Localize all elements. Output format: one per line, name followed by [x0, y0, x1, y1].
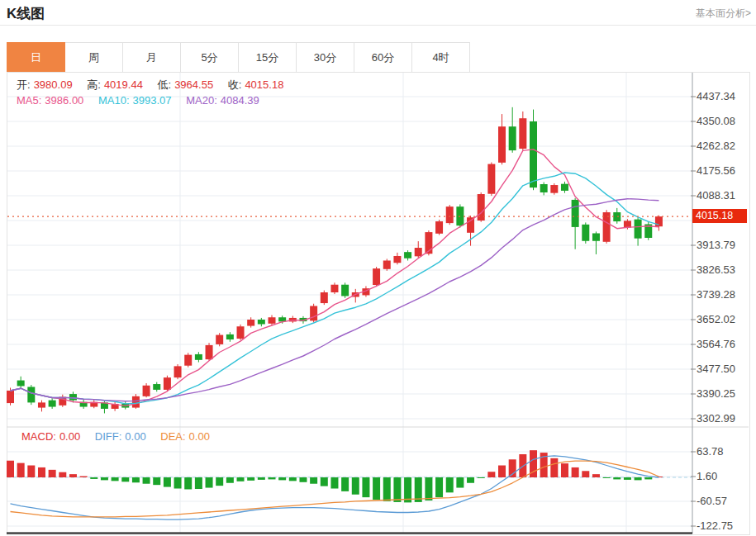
- diff-label: DIFF:: [95, 430, 122, 443]
- tab-8[interactable]: 4时: [412, 42, 470, 73]
- open-label: 开:: [17, 78, 31, 91]
- current-price-badge: 4015.18: [692, 209, 747, 223]
- macd-readout: MACD:0.00 DIFF:0.00 DEA:0.00: [21, 430, 213, 443]
- kline-page: { "header": { "title": "K线图", "link": "基…: [0, 0, 756, 536]
- macd-axis-label: 1.60: [697, 470, 717, 482]
- price-axis-label: 3913.79: [697, 239, 735, 251]
- tab-4[interactable]: 5分: [181, 42, 239, 73]
- tab-6[interactable]: 30分: [297, 42, 354, 73]
- price-axis-label: 3652.02: [697, 313, 735, 325]
- tab-3[interactable]: 月: [123, 42, 181, 73]
- price-axis-label: 3477.50: [697, 363, 735, 375]
- ohlc-readout: 开:3980.09 高:4019.44 低:3964.55 收:4015.18: [17, 78, 287, 92]
- chart-container: [7, 72, 750, 535]
- macd-axis-label: -122.75: [697, 519, 733, 532]
- macd-label: MACD:: [21, 430, 56, 443]
- price-axis-label: 3739.28: [697, 288, 735, 301]
- close-value: 4015.18: [245, 78, 283, 91]
- low-label: 低:: [158, 78, 172, 91]
- ma20-label: MA20:: [186, 94, 217, 107]
- tab-5[interactable]: 15分: [239, 42, 297, 73]
- tab-7[interactable]: 60分: [354, 42, 412, 73]
- price-axis-label: 3564.76: [697, 338, 735, 350]
- macd-axis-label: -60.57: [697, 495, 727, 507]
- price-axis-label: 4437.34: [697, 90, 735, 102]
- tab-2[interactable]: 周: [65, 42, 123, 73]
- macd-axis-label: 63.78: [697, 445, 724, 458]
- ma5-value: 3986.00: [45, 94, 83, 107]
- fundamental-analysis-link[interactable]: 基本面分析>: [696, 7, 751, 21]
- header-divider: [0, 25, 756, 26]
- macd-value: 0.00: [59, 430, 80, 443]
- price-axis-label: 4175.56: [697, 164, 735, 177]
- interval-tab-bar: 日周月5分15分30分60分4时: [7, 42, 470, 73]
- dea-value: 0.00: [189, 430, 210, 443]
- diff-value: 0.00: [125, 430, 145, 443]
- low-value: 3964.55: [174, 78, 213, 91]
- ma20-value: 4084.39: [221, 94, 259, 107]
- price-axis-label: 4262.82: [697, 140, 735, 152]
- ma-readout: MA5:3986.00 MA10:3993.07 MA20:4084.39: [17, 94, 263, 107]
- price-axis-label: 3390.25: [697, 387, 735, 400]
- open-value: 3980.09: [34, 78, 73, 91]
- high-value: 4019.44: [104, 78, 143, 91]
- price-axis-label: 3302.99: [697, 412, 735, 425]
- high-label: 高:: [87, 78, 101, 91]
- ma10-label: MA10:: [98, 94, 130, 107]
- price-axis-label: 4350.08: [697, 115, 735, 127]
- price-axis-label: 3826.53: [697, 263, 735, 276]
- ma10-value: 3993.07: [133, 94, 172, 107]
- page-title: K线图: [7, 4, 45, 23]
- close-label: 收:: [228, 78, 242, 91]
- tab-1[interactable]: 日: [7, 42, 65, 73]
- dea-label: DEA:: [160, 430, 185, 443]
- price-axis-label: 4088.31: [697, 189, 735, 202]
- ma5-label: MA5:: [17, 94, 41, 107]
